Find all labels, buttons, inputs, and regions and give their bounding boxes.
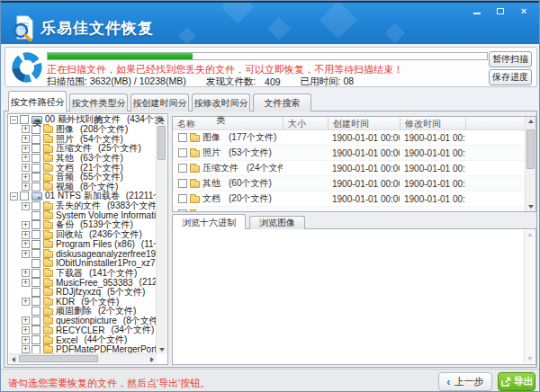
expand-icon[interactable]: +	[22, 240, 30, 248]
tree-item[interactable]: +diskusageanalyzerfree19(23个	[10, 249, 156, 259]
table-row[interactable]: 压缩文件(24个文件)1900-01-01 00:001900-01-01 00…	[173, 161, 525, 176]
tree-item-checkbox[interactable]	[32, 269, 40, 278]
collapse-icon[interactable]: −	[10, 192, 18, 200]
row-checkbox[interactable]	[178, 194, 187, 203]
tree-item-checkbox[interactable]	[32, 154, 40, 163]
tree-item-checkbox[interactable]	[32, 240, 40, 249]
folder-icon	[43, 241, 53, 248]
tree-item-checkbox[interactable]	[32, 201, 40, 210]
scroll-down-icon[interactable]	[526, 202, 536, 211]
elapsed-time: 已用时间: 08	[301, 76, 355, 88]
expand-icon[interactable]: +	[22, 221, 30, 229]
cell-name	[173, 209, 283, 211]
scroll-up-icon[interactable]	[525, 230, 536, 239]
expand-icon[interactable]: +	[22, 279, 30, 287]
expand-icon[interactable]: +	[22, 145, 30, 153]
tab-by-type[interactable]: 按文件类型分类	[69, 94, 128, 111]
column-header-name[interactable]: 名称	[173, 117, 283, 129]
scan-message: 正在扫描文件，如果已经找到您丢失的文件，可以立即恢复，不用等待扫描结束！	[47, 63, 403, 76]
tree-item-checkbox[interactable]	[32, 249, 40, 258]
tree-item-checkbox[interactable]	[32, 164, 40, 173]
collapse-icon[interactable]: −	[10, 116, 18, 124]
tree-item-checkbox[interactable]	[32, 144, 40, 153]
tree-item[interactable]: +RECYCLER(34个文件)	[10, 325, 156, 335]
expand-icon[interactable]: +	[22, 298, 30, 306]
expand-icon[interactable]: +	[22, 316, 30, 325]
scrollbar-thumb[interactable]	[158, 126, 166, 160]
tree-item-checkbox[interactable]	[32, 288, 40, 297]
row-checkbox[interactable]	[178, 179, 187, 188]
table-row[interactable]: 照片(53个文件)1900-01-01 00:001900-01-01 00:0…	[173, 146, 525, 161]
expand-icon[interactable]: +	[22, 202, 30, 210]
table-row[interactable]: 其他(60个文件)1900-01-01 00:001900-01-01 00:0…	[173, 176, 525, 192]
tab-file-search[interactable]: 文件搜索	[253, 94, 311, 111]
row-checkbox[interactable]	[178, 133, 187, 142]
scrollbar-thumb[interactable]	[19, 355, 98, 362]
tree-item-checkbox[interactable]	[32, 135, 40, 144]
export-button[interactable]: 导出	[498, 372, 536, 391]
tab-image-view[interactable]: 浏览图像	[249, 216, 305, 229]
expand-icon[interactable]: +	[22, 164, 30, 172]
tree-item-checkbox[interactable]	[32, 278, 40, 287]
tree-item-checkbox[interactable]	[32, 173, 40, 182]
tree-item-checkbox[interactable]	[32, 259, 40, 268]
back-button[interactable]: ‹ 上一步	[438, 372, 492, 391]
tab-by-create-time[interactable]: 按创建时间分类	[130, 94, 189, 111]
pause-scan-button[interactable]: 暂停扫描	[489, 51, 532, 67]
scrollbar-thumb[interactable]	[526, 129, 535, 169]
tree-horizontal-scrollbar[interactable]	[9, 353, 157, 363]
expand-icon[interactable]: +	[22, 174, 30, 182]
expand-icon[interactable]: +	[22, 269, 30, 277]
row-checkbox[interactable]	[178, 164, 187, 173]
expand-icon[interactable]: +	[22, 345, 30, 353]
tree-item-checkbox[interactable]	[32, 183, 40, 192]
table-row[interactable]: 文档(20个文件)1900-01-01 00:001900-01-01 00:0…	[173, 192, 525, 207]
tree-item-checkbox[interactable]	[32, 335, 40, 344]
folder-icon	[43, 298, 53, 306]
column-header-size[interactable]: 大小	[283, 117, 328, 129]
expand-icon[interactable]: +	[22, 250, 30, 258]
scroll-left-icon[interactable]	[9, 354, 18, 364]
tab-hex-view[interactable]: 浏览十六进制	[172, 214, 246, 229]
expand-icon[interactable]: +	[22, 154, 30, 162]
restore-icon[interactable]	[494, 6, 507, 16]
scanning-spinner-icon	[10, 50, 44, 88]
tree-item[interactable]: +Program Files (x86)(11个文件)	[10, 239, 156, 249]
tree-vertical-scrollbar[interactable]	[156, 115, 166, 354]
save-progress-button[interactable]: 保存进度	[489, 69, 532, 85]
tree-item-checkbox[interactable]	[20, 115, 29, 124]
scroll-down-icon[interactable]	[525, 354, 536, 363]
expand-icon[interactable]: +	[22, 183, 30, 191]
file-count: (53个文件)	[229, 147, 272, 159]
tree-item[interactable]: +下载器(141个文件)	[10, 268, 156, 278]
scroll-up-icon[interactable]	[526, 117, 536, 126]
tree-item-checkbox[interactable]	[32, 325, 40, 334]
scroll-right-icon[interactable]	[148, 354, 157, 364]
tree-item-checkbox[interactable]	[32, 211, 40, 220]
tab-by-path[interactable]: 按文件路径分类	[8, 91, 67, 111]
table-row[interactable]: 图像(177个文件)1900-01-01 00:001900-01-01 00:…	[173, 130, 525, 146]
preview-vertical-scrollbar[interactable]	[524, 230, 535, 363]
expand-icon[interactable]: +	[22, 135, 30, 143]
scroll-down-icon[interactable]	[157, 345, 167, 354]
expand-icon[interactable]: +	[22, 336, 30, 344]
tree-item-checkbox[interactable]	[32, 230, 40, 239]
table-vertical-scrollbar[interactable]	[525, 117, 536, 211]
expand-icon[interactable]: +	[22, 231, 30, 239]
expand-icon[interactable]: +	[22, 125, 30, 133]
table-row[interactable]	[173, 207, 525, 211]
column-header-created[interactable]: 创建时间	[328, 117, 400, 129]
tree-item-checkbox[interactable]	[32, 316, 40, 325]
expand-icon[interactable]: +	[22, 326, 30, 334]
close-icon[interactable]: ×	[518, 6, 530, 16]
row-checkbox[interactable]	[178, 209, 187, 211]
tree-item-checkbox[interactable]	[20, 192, 29, 200]
tree-item-checkbox[interactable]	[32, 297, 40, 306]
tab-by-modify-time[interactable]: 按修改时间分类	[192, 94, 250, 111]
tree-item-checkbox[interactable]	[32, 220, 40, 229]
tree-item[interactable]: +丢失的文件(9383个文件)	[10, 201, 156, 211]
row-checkbox[interactable]	[178, 148, 187, 157]
minimize-icon[interactable]	[471, 6, 483, 16]
tree-item-checkbox[interactable]	[32, 307, 40, 316]
column-header-modified[interactable]: 修改时间	[400, 117, 465, 129]
